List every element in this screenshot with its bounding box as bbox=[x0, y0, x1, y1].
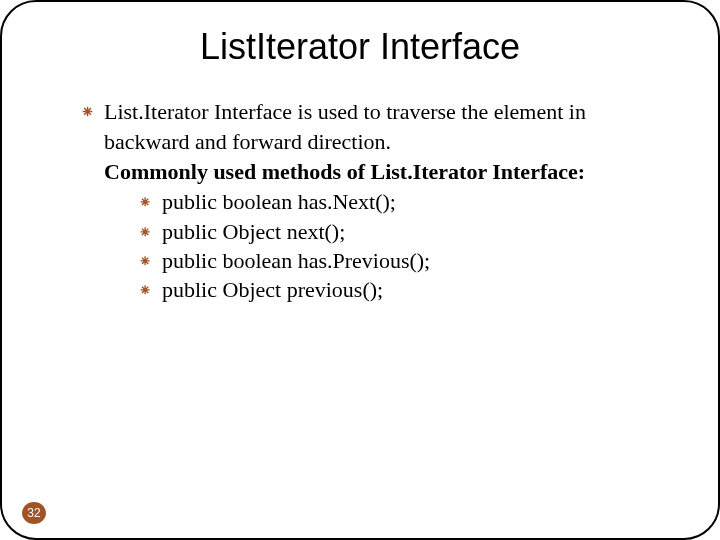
method-text: public boolean has.Previous(); bbox=[162, 248, 430, 273]
flower-bullet-icon: ⁕ bbox=[138, 192, 152, 214]
intro-text-line1: List.Iterator Interface is used to trave… bbox=[104, 99, 586, 124]
list-item: ⁕ public Object next(); bbox=[138, 218, 650, 246]
flower-bullet-icon: ⁕ bbox=[80, 101, 95, 124]
flower-bullet-icon: ⁕ bbox=[138, 222, 152, 244]
method-text: public Object next(); bbox=[162, 219, 345, 244]
intro-text-line2: backward and forward direction. bbox=[80, 128, 650, 156]
flower-bullet-icon: ⁕ bbox=[138, 251, 152, 273]
methods-list: ⁕ public boolean has.Next(); ⁕ public Ob… bbox=[80, 188, 650, 304]
slide-frame: ListIterator Interface ⁕ List.Iterator I… bbox=[0, 0, 720, 540]
flower-bullet-icon: ⁕ bbox=[138, 280, 152, 302]
list-item: ⁕ public Object previous(); bbox=[138, 276, 650, 304]
page-number-badge: 32 bbox=[22, 502, 46, 524]
methods-heading: Commonly used methods of List.Iterator I… bbox=[80, 158, 650, 186]
list-item: ⁕ public boolean has.Next(); bbox=[138, 188, 650, 216]
slide-title: ListIterator Interface bbox=[30, 26, 690, 68]
method-text: public Object previous(); bbox=[162, 277, 383, 302]
intro-bullet: ⁕ List.Iterator Interface is used to tra… bbox=[80, 98, 650, 126]
method-text: public boolean has.Next(); bbox=[162, 189, 396, 214]
list-item: ⁕ public boolean has.Previous(); bbox=[138, 247, 650, 275]
slide-body: ⁕ List.Iterator Interface is used to tra… bbox=[30, 98, 690, 304]
